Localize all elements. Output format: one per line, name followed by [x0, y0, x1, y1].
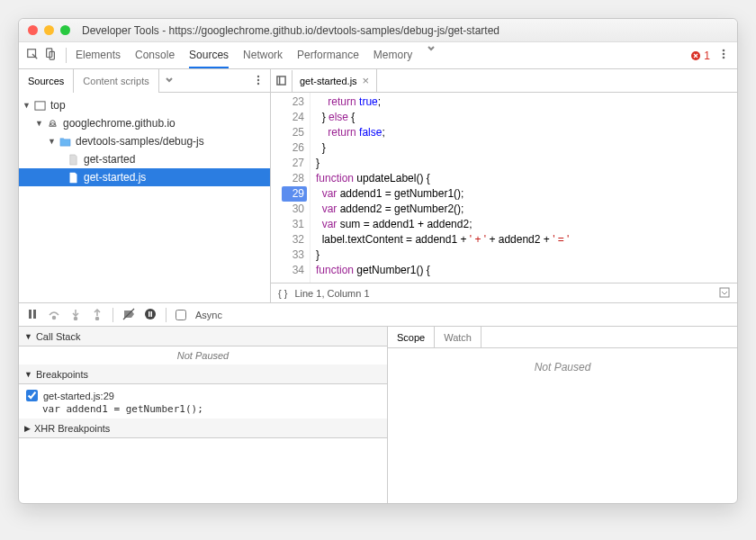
svg-rect-22: [148, 311, 150, 317]
devtools-window: Developer Tools - https://googlechrome.g…: [18, 18, 738, 504]
svg-point-19: [96, 317, 99, 320]
kebab-icon[interactable]: [717, 48, 730, 63]
svg-point-7: [257, 75, 259, 76]
svg-point-18: [75, 317, 77, 320]
zoom-dot[interactable]: [60, 25, 70, 35]
close-tab-icon[interactable]: ×: [363, 74, 370, 87]
tab-performance[interactable]: Performance: [297, 43, 359, 68]
line-gutter[interactable]: 232425262728293031323334: [271, 93, 310, 283]
file-tree: ▼top ▼googlechrome.github.io ▼devtools-s…: [19, 93, 270, 302]
svg-rect-10: [35, 101, 45, 109]
window-title: Developer Tools - https://googlechrome.g…: [82, 24, 500, 37]
pause-icon[interactable]: [26, 308, 39, 322]
editor-status-dropdown-icon[interactable]: [719, 287, 730, 300]
cursor-position: Line 1, Column 1: [294, 288, 369, 299]
svg-rect-23: [151, 311, 153, 317]
tab-memory[interactable]: Memory: [374, 43, 412, 68]
minimize-dot[interactable]: [44, 25, 54, 35]
tree-file-html[interactable]: get-started: [19, 150, 270, 168]
editor-tab[interactable]: get-started.js×: [292, 69, 377, 93]
async-checkbox[interactable]: [176, 310, 186, 320]
async-label: Async: [195, 310, 222, 320]
nav-tab-chevron-icon[interactable]: [159, 76, 179, 86]
panel-tabs: Elements Console Sources Network Perform…: [76, 43, 681, 68]
device-icon[interactable]: [44, 48, 57, 63]
toggle-navigator-icon[interactable]: [271, 70, 292, 92]
debugger-toolbar: Async: [19, 303, 737, 327]
svg-rect-12: [277, 76, 285, 85]
tab-scope[interactable]: Scope: [388, 327, 435, 347]
code-editor: get-started.js× 232425262728293031323334…: [271, 69, 737, 302]
step-into-icon[interactable]: [69, 308, 82, 322]
deactivate-breakpoints-icon[interactable]: [122, 308, 135, 322]
tab-watch[interactable]: Watch: [435, 327, 482, 347]
tab-network[interactable]: Network: [243, 43, 283, 68]
nav-tab-content-scripts[interactable]: Content scripts: [74, 69, 158, 93]
editor-status: { }Line 1, Column 1: [271, 283, 737, 302]
callstack-header[interactable]: ▼Call Stack: [19, 327, 387, 346]
error-count[interactable]: 1: [690, 50, 710, 62]
svg-point-8: [257, 78, 259, 80]
breakpoint-checkbox[interactable]: [26, 390, 38, 401]
debugger-sidebar: ▼Call Stack Not Paused ▼Breakpoints get-…: [19, 327, 388, 503]
svg-rect-15: [29, 310, 32, 319]
inspect-icon[interactable]: [26, 48, 39, 63]
tab-console[interactable]: Console: [135, 43, 175, 68]
pause-on-exceptions-icon[interactable]: [144, 308, 157, 322]
svg-point-9: [257, 82, 259, 84]
navigator-panel: Sources Content scripts ▼top ▼googlechro…: [19, 69, 271, 302]
tab-sources[interactable]: Sources: [189, 43, 229, 68]
pretty-print-icon[interactable]: { }: [278, 288, 287, 299]
nav-tab-sources[interactable]: Sources: [19, 69, 74, 93]
close-dot[interactable]: [28, 25, 38, 35]
tab-elements[interactable]: Elements: [76, 43, 121, 68]
tree-folder[interactable]: ▼devtools-samples/debug-js: [19, 132, 270, 150]
step-over-icon[interactable]: [48, 308, 60, 322]
svg-rect-14: [720, 288, 729, 297]
breakpoint-item[interactable]: get-started.js:29: [26, 388, 380, 403]
svg-point-21: [145, 309, 156, 320]
svg-point-17: [53, 316, 56, 319]
scope-watch-tabs: Scope Watch: [388, 327, 737, 348]
svg-rect-16: [33, 310, 36, 319]
callstack-body: Not Paused: [19, 346, 387, 364]
scope-body: Not Paused: [388, 348, 737, 503]
tree-top[interactable]: ▼top: [19, 96, 270, 114]
svg-point-6: [723, 57, 725, 59]
breakpoints-header[interactable]: ▼Breakpoints: [19, 364, 387, 384]
nav-kebab-icon[interactable]: [247, 74, 270, 88]
tree-domain[interactable]: ▼googlechrome.github.io: [19, 114, 270, 132]
step-out-icon[interactable]: [91, 308, 104, 322]
tree-file-js[interactable]: get-started.js: [19, 168, 270, 186]
source-code[interactable]: return true; } else { return false; }}fu…: [310, 93, 574, 283]
more-tabs-icon[interactable]: [427, 43, 436, 68]
main-toolbar: Elements Console Sources Network Perform…: [19, 42, 737, 69]
xhr-breakpoints-header[interactable]: ▶XHR Breakpoints: [19, 418, 387, 438]
breakpoint-code: var addend1 = getNumber1();: [26, 403, 380, 415]
svg-point-4: [723, 50, 725, 52]
svg-point-5: [723, 53, 725, 56]
breakpoints-body: get-started.js:29 var addend1 = getNumbe…: [19, 384, 387, 418]
titlebar: Developer Tools - https://googlechrome.g…: [19, 19, 737, 42]
